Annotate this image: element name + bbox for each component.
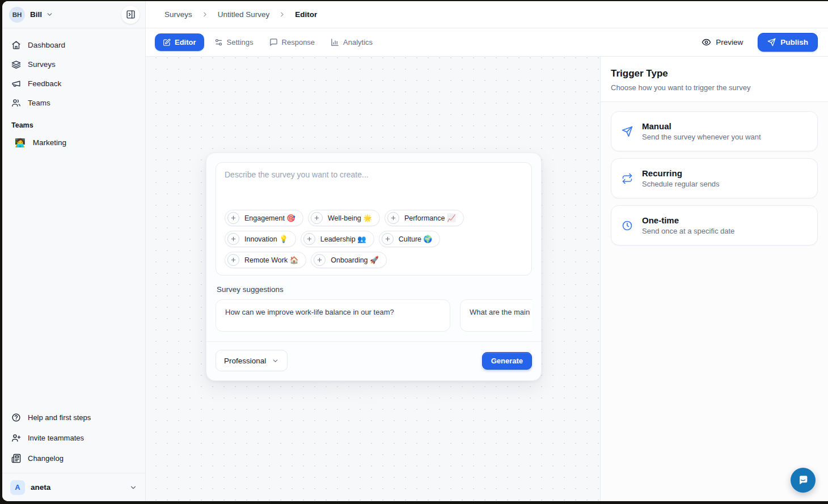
user-menu[interactable]: A aneta [2, 473, 145, 501]
user-avatar: A [10, 480, 25, 495]
breadcrumb: Surveys Untitled Survey Editor [146, 1, 828, 28]
trigger-option-recurring[interactable]: Recurring Schedule regular sends [611, 158, 818, 198]
sidebar-item-teams[interactable]: Teams [2, 93, 145, 112]
sidebar-item-feedback[interactable]: Feedback [2, 74, 145, 93]
topic-chip-label: Culture 🌍 [399, 235, 432, 243]
tab-label: Response [282, 38, 315, 46]
trigger-option-text: One-time Send once at a specific date [642, 215, 734, 235]
topic-chip-label: Leadership 👥 [320, 235, 366, 243]
generate-button[interactable]: Generate [482, 352, 532, 370]
workspace-row: BH Bill [2, 1, 145, 28]
topic-chips: Engagement 🎯 Well-being 🌟 Performance 📈 … [225, 210, 523, 268]
trigger-option-title: Recurring [642, 168, 720, 178]
tab-analytics[interactable]: Analytics [325, 33, 378, 51]
workspace-switcher[interactable]: Bill [30, 10, 42, 19]
topic-chip-label: Remote Work 🏠 [244, 256, 298, 264]
chevron-down-icon [46, 11, 53, 18]
suggestions-row: How can we improve work-life balance in … [216, 299, 532, 332]
tone-select-value: Professional [224, 357, 266, 365]
topic-chip-label: Innovation 💡 [244, 235, 288, 243]
eye-icon [702, 37, 711, 47]
teams-section-label: Teams [2, 112, 145, 133]
plus-icon [382, 233, 394, 245]
sidebar-item-surveys[interactable]: Surveys [2, 54, 145, 74]
trigger-option-description: Schedule regular sends [642, 180, 720, 188]
trigger-option-description: Send once at a specific date [642, 227, 734, 235]
trigger-option-description: Send the survey whenever you want [642, 133, 761, 141]
technologist-emoji-icon: 🧑‍💻 [15, 138, 26, 147]
preview-label: Preview [716, 38, 743, 46]
tab-settings[interactable]: Settings [209, 33, 259, 51]
panel-header: Trigger Type Choose how you want to trig… [601, 57, 828, 102]
tab-label: Settings [227, 38, 254, 46]
team-item-label: Marketing [33, 138, 66, 147]
preview-button[interactable]: Preview [702, 37, 743, 47]
editor-canvas[interactable]: Engagement 🎯 Well-being 🌟 Performance 📈 … [146, 57, 600, 501]
topic-chip-onboarding[interactable]: Onboarding 🚀 [311, 252, 386, 268]
sidebar-item-team-marketing[interactable]: 🧑‍💻 Marketing [2, 133, 145, 152]
sidebar-item-invite[interactable]: Invite teammates [2, 427, 145, 448]
sidebar-item-help[interactable]: Help and first steps [2, 407, 145, 427]
trigger-option-one-time[interactable]: One-time Send once at a specific date [611, 205, 818, 245]
repeat-icon [622, 173, 633, 184]
sidebar-item-label: Dashboard [28, 41, 65, 49]
tab-response[interactable]: Response [264, 33, 321, 51]
sidebar-item-changelog[interactable]: Changelog [2, 448, 145, 468]
topic-chip-engagement[interactable]: Engagement 🎯 [225, 210, 303, 226]
topic-chip-performance[interactable]: Performance 📈 [385, 210, 464, 226]
plus-icon [227, 212, 239, 224]
composer-footer: Professional Generate [216, 342, 532, 371]
plus-icon [311, 212, 323, 224]
chevron-down-icon [272, 357, 279, 365]
send-icon [767, 38, 776, 46]
breadcrumb-item-surveys[interactable]: Surveys [164, 10, 192, 19]
chat-bubble-icon [797, 474, 809, 486]
trigger-option-text: Manual Send the survey whenever you want [642, 121, 761, 141]
chevron-right-icon [201, 11, 209, 18]
sidebar-nav: Dashboard Surveys Feedback Teams Teams 🧑… [2, 28, 145, 152]
newspaper-icon [11, 454, 21, 463]
publish-button[interactable]: Publish [758, 33, 818, 52]
tab-label: Analytics [343, 38, 373, 46]
topic-chip-leadership[interactable]: Leadership 👥 [301, 231, 374, 247]
users-icon [11, 98, 21, 108]
survey-composer-card: Engagement 🎯 Well-being 🌟 Performance 📈 … [206, 153, 542, 381]
trigger-option-title: Manual [642, 121, 761, 131]
sidebar-item-label: Teams [28, 99, 50, 107]
chat-launcher-button[interactable] [791, 468, 816, 493]
plus-icon [227, 254, 239, 266]
topic-chip-label: Engagement 🎯 [244, 214, 295, 222]
trigger-type-panel: Trigger Type Choose how you want to trig… [600, 57, 828, 501]
tone-select[interactable]: Professional [216, 350, 288, 371]
topic-chip-innovation[interactable]: Innovation 💡 [225, 231, 296, 247]
breadcrumb-item-untitled-survey[interactable]: Untitled Survey [218, 10, 270, 19]
plus-icon [387, 212, 399, 224]
sidebar: BH Bill Dashboard Surveys Feedb [2, 1, 146, 501]
sidebar-toggle-button[interactable] [121, 6, 140, 24]
trigger-option-manual[interactable]: Manual Send the survey whenever you want [611, 111, 818, 151]
plus-icon [227, 233, 239, 245]
footer-item-label: Invite teammates [28, 434, 84, 442]
topic-chip-culture[interactable]: Culture 🌍 [379, 231, 440, 247]
sidebar-item-dashboard[interactable]: Dashboard [2, 35, 145, 54]
panel-right-open-icon [126, 10, 136, 19]
plus-icon [314, 254, 326, 266]
suggestion-card[interactable]: How can we improve work-life balance in … [216, 299, 450, 332]
send-icon [622, 126, 633, 137]
suggestion-card[interactable]: What are the main ob [460, 299, 532, 332]
user-name: aneta [31, 483, 50, 492]
topic-chip-remote-work[interactable]: Remote Work 🏠 [225, 252, 306, 268]
plus-icon [303, 233, 315, 245]
bar-chart-icon [331, 38, 339, 46]
tab-editor[interactable]: Editor [155, 33, 204, 51]
topic-chip-label: Onboarding 🚀 [331, 256, 378, 264]
layers-icon [11, 60, 21, 69]
topic-chip-well-being[interactable]: Well-being 🌟 [308, 210, 380, 226]
chevron-right-icon [278, 11, 286, 18]
sidebar-spacer [2, 152, 145, 407]
survey-description-input[interactable] [225, 170, 523, 210]
footer-item-label: Help and first steps [28, 413, 91, 422]
breadcrumb-item-editor: Editor [295, 10, 317, 19]
topic-chip-label: Performance 📈 [404, 214, 456, 222]
topic-chip-label: Well-being 🌟 [328, 214, 372, 222]
